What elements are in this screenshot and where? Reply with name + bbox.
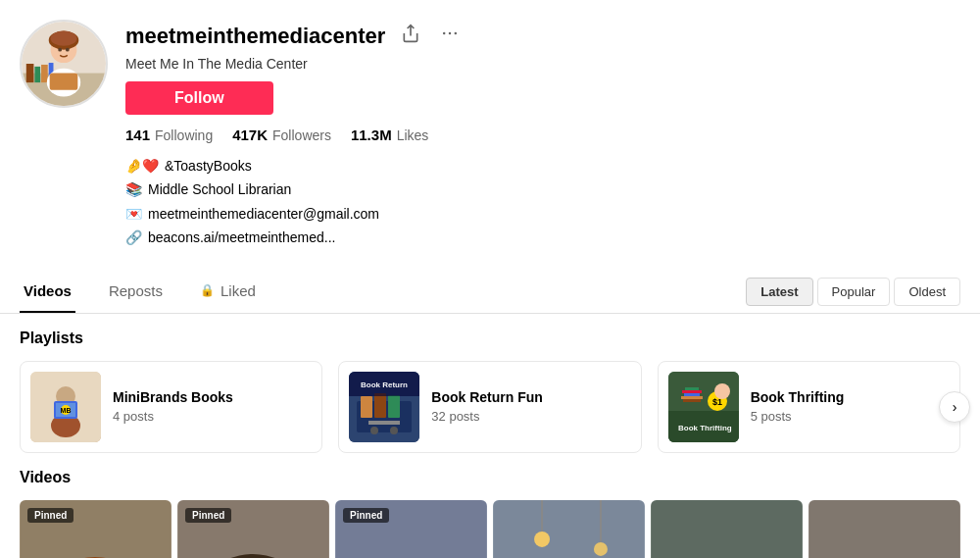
avatar	[20, 20, 108, 108]
videos-title: Videos	[20, 469, 960, 486]
video-thumb-6	[808, 500, 960, 558]
more-options-button[interactable]	[436, 20, 464, 52]
svg-rect-35	[683, 399, 701, 402]
bio-link[interactable]: beacons.ai/meetmeinthemed...	[148, 227, 335, 248]
bio-line-2: 📚 Middle School Librarian	[125, 178, 960, 200]
svg-rect-26	[374, 393, 386, 418]
likes-count: 11.3M	[351, 127, 392, 143]
video-item-2[interactable]: Pinned An Eragon Repair	[177, 500, 329, 558]
svg-rect-2	[26, 64, 34, 82]
svg-rect-37	[684, 393, 700, 396]
playlists-title: Playlists	[20, 330, 960, 347]
likes-label: Likes	[397, 127, 429, 143]
bio-line-1: 🤌❤️ &ToastyBooks	[125, 155, 960, 177]
video-item-5[interactable]: I did a thing.	[651, 500, 803, 558]
playlist-thumb-1: MB	[30, 372, 101, 442]
svg-rect-10	[50, 74, 78, 90]
svg-point-8	[51, 31, 77, 46]
bio-line-4: 🔗 beacons.ai/meetmeinthemed...	[125, 227, 960, 248]
svg-point-29	[370, 427, 378, 434]
playlist-item-3[interactable]: $1 Book Thrifting Book Thrifting 5 posts	[658, 361, 960, 453]
lock-icon: 🔒	[200, 283, 215, 297]
svg-text:Book Thrifting: Book Thrifting	[678, 424, 732, 432]
pinned-badge-3: Pinned	[343, 508, 389, 523]
tabs-left: Videos Reposts 🔒 Liked	[20, 271, 260, 313]
pinned-badge-1: Pinned	[27, 508, 74, 523]
bio-text-2: Middle School Librarian	[148, 178, 291, 200]
profile-display-name: Meet Me In The Media Center	[125, 56, 960, 72]
sort-latest-button[interactable]: Latest	[746, 278, 812, 306]
video-item-6[interactable]	[808, 500, 960, 558]
playlist-item-2[interactable]: Book Return Book Return Fun 32 posts	[338, 361, 641, 453]
tabs-container: Videos Reposts 🔒 Liked Latest Popular Ol…	[0, 271, 980, 314]
followers-stat[interactable]: 417K Followers	[232, 127, 331, 143]
profile-info: meetmeinthemediacenter Meet Me In The Me…	[125, 20, 960, 251]
following-count: 141	[125, 127, 150, 143]
svg-rect-38	[682, 390, 702, 393]
playlist-name-1: MiniBrands Books	[113, 389, 233, 405]
svg-point-78	[594, 541, 608, 555]
video-thumb-5	[651, 500, 803, 558]
video-item-4[interactable]: Processing and Covering Diary of a Wimpy…	[493, 500, 645, 558]
bio-emoji-1: 🤌❤️	[125, 155, 159, 177]
playlist-thumb-image-3: $1 Book Thrifting	[668, 372, 739, 442]
share-icon	[401, 24, 420, 43]
playlist-posts-3: 5 posts	[751, 409, 845, 424]
tab-videos-label: Videos	[24, 282, 72, 299]
svg-text:MB: MB	[61, 407, 72, 414]
svg-rect-3	[34, 67, 40, 82]
stats-row: 141 Following 417K Followers 11.3M Likes	[125, 127, 960, 143]
videos-grid: Pinned FAQs Pinned An Eragon Re	[20, 500, 960, 558]
svg-point-42	[714, 383, 730, 399]
likes-stat: 11.3M Likes	[351, 127, 428, 143]
svg-rect-75	[493, 500, 645, 558]
bio-emoji-3: 💌	[125, 203, 142, 225]
playlist-item-1[interactable]: MB MiniBrands Books 4 posts	[20, 361, 322, 453]
bio-text-1: &ToastyBooks	[165, 155, 252, 177]
svg-rect-25	[361, 396, 372, 418]
playlist-thumb-3: $1 Book Thrifting	[668, 372, 739, 442]
follow-button[interactable]: Follow	[125, 81, 273, 115]
video-thumb-4	[493, 500, 645, 558]
sort-popular-button[interactable]: Popular	[817, 278, 891, 306]
avatar-image	[22, 20, 106, 108]
svg-point-30	[390, 427, 398, 434]
share-button[interactable]	[397, 20, 424, 52]
playlist-name-3: Book Thrifting	[751, 389, 845, 405]
following-stat[interactable]: 141 Following	[125, 127, 213, 143]
profile-username: meetmeinthemediacenter	[125, 24, 385, 49]
bio-email[interactable]: meetmeinthemediacenter@gmail.com	[148, 203, 379, 225]
tab-videos[interactable]: Videos	[20, 271, 75, 313]
followers-count: 417K	[232, 127, 268, 143]
link-icon: 🔗	[125, 227, 142, 248]
pinned-badge-2: Pinned	[185, 508, 231, 523]
svg-rect-85	[651, 500, 803, 558]
playlist-info-2: Book Return Fun 32 posts	[431, 389, 543, 424]
svg-rect-36	[681, 396, 703, 399]
svg-point-15	[455, 32, 458, 35]
bio-section: 🤌❤️ &ToastyBooks 📚 Middle School Librari…	[125, 155, 960, 249]
playlist-posts-2: 32 posts	[431, 409, 543, 424]
profile-section: meetmeinthemediacenter Meet Me In The Me…	[0, 0, 980, 261]
playlist-name-2: Book Return Fun	[431, 389, 543, 405]
svg-point-11	[58, 48, 62, 52]
playlist-posts-1: 4 posts	[113, 409, 233, 424]
playlist-thumb-image-1: MB	[30, 372, 101, 442]
more-icon	[440, 24, 460, 43]
svg-text:Book Return: Book Return	[361, 380, 408, 389]
tab-liked[interactable]: 🔒 Liked	[196, 271, 260, 313]
svg-point-76	[534, 532, 550, 547]
svg-rect-39	[685, 387, 699, 390]
sort-oldest-button[interactable]: Oldest	[894, 278, 960, 306]
playlists-row: MB MiniBrands Books 4 posts	[20, 361, 960, 453]
playlists-next-button[interactable]: ›	[939, 391, 970, 423]
following-label: Following	[155, 127, 213, 143]
playlists-section: Playlists MB MiniBrands Books 4 posts	[0, 314, 980, 469]
svg-rect-28	[368, 421, 400, 425]
tab-reposts[interactable]: Reposts	[105, 271, 167, 313]
svg-rect-4	[41, 65, 48, 82]
video-item-1[interactable]: Pinned FAQs	[20, 500, 172, 558]
svg-point-13	[443, 32, 446, 35]
video-item-3[interactable]: LATION bly one Pinned It's a Wobbly Spin…	[335, 500, 487, 558]
bio-emoji-2: 📚	[125, 178, 142, 200]
